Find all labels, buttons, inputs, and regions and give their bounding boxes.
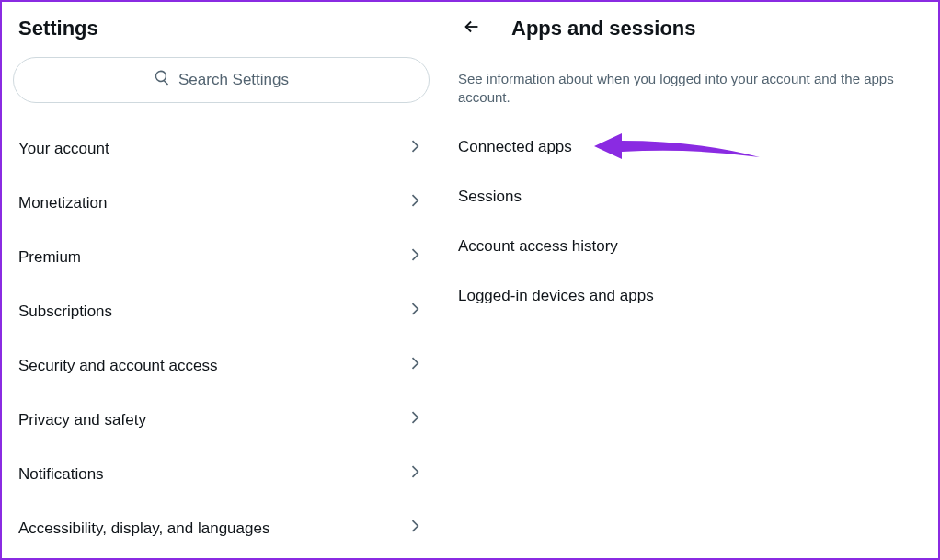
session-item-account-access-history[interactable]: Account access history — [441, 222, 938, 271]
settings-item-subscriptions[interactable]: Subscriptions — [2, 284, 441, 338]
settings-item-label: Your account — [18, 140, 109, 158]
settings-item-security-and-account-access[interactable]: Security and account access — [2, 338, 441, 393]
settings-item-label: Monetization — [18, 194, 107, 212]
session-item-label: Logged-in devices and apps — [458, 287, 654, 304]
settings-item-label: Accessibility, display, and languages — [18, 520, 269, 538]
search-icon — [154, 69, 178, 91]
right-list: Connected appsSessionsAccount access his… — [441, 122, 938, 321]
session-item-label: Connected apps — [458, 138, 572, 155]
chevron-right-icon — [406, 137, 424, 160]
session-item-label: Sessions — [458, 188, 522, 205]
chevron-right-icon — [406, 517, 424, 540]
settings-right-panel: Apps and sessions See information about … — [441, 2, 938, 558]
chevron-right-icon — [406, 300, 424, 323]
settings-item-label: Security and account access — [18, 357, 217, 375]
chevron-right-icon — [406, 191, 424, 214]
search-placeholder: Search Settings — [178, 71, 289, 89]
settings-item-premium[interactable]: Premium — [2, 230, 441, 284]
session-item-sessions[interactable]: Sessions — [441, 172, 938, 222]
chevron-right-icon — [406, 246, 424, 269]
chevron-right-icon — [406, 463, 424, 486]
chevron-right-icon — [406, 408, 424, 431]
page-description: See information about when you logged in… — [441, 63, 938, 122]
settings-title: Settings — [2, 2, 441, 57]
session-item-connected-apps[interactable]: Connected apps — [441, 122, 938, 172]
chevron-right-icon — [406, 354, 424, 377]
settings-item-your-account[interactable]: Your account — [2, 121, 441, 176]
settings-list: Your accountMonetizationPremiumSubscript… — [2, 121, 441, 555]
right-header: Apps and sessions — [441, 2, 938, 63]
settings-item-accessibility-display-and-languages[interactable]: Accessibility, display, and languages — [2, 501, 441, 555]
search-wrap: Search Settings — [2, 57, 441, 121]
search-settings-input[interactable]: Search Settings — [13, 57, 430, 103]
session-item-logged-in-devices-and-apps[interactable]: Logged-in devices and apps — [441, 271, 938, 321]
settings-container: Settings Search Settings Your accountMon… — [0, 0, 940, 560]
settings-left-panel: Settings Search Settings Your accountMon… — [2, 2, 441, 558]
arrow-left-icon — [462, 17, 482, 40]
settings-item-notifications[interactable]: Notifications — [2, 447, 441, 501]
session-item-label: Account access history — [458, 237, 618, 255]
settings-item-label: Premium — [18, 248, 81, 267]
settings-item-label: Subscriptions — [18, 303, 112, 321]
back-button[interactable] — [454, 11, 489, 46]
settings-item-label: Privacy and safety — [18, 411, 146, 429]
page-title: Apps and sessions — [511, 17, 696, 40]
settings-item-label: Notifications — [18, 465, 104, 484]
settings-item-privacy-and-safety[interactable]: Privacy and safety — [2, 393, 441, 447]
settings-item-monetization[interactable]: Monetization — [2, 176, 441, 230]
